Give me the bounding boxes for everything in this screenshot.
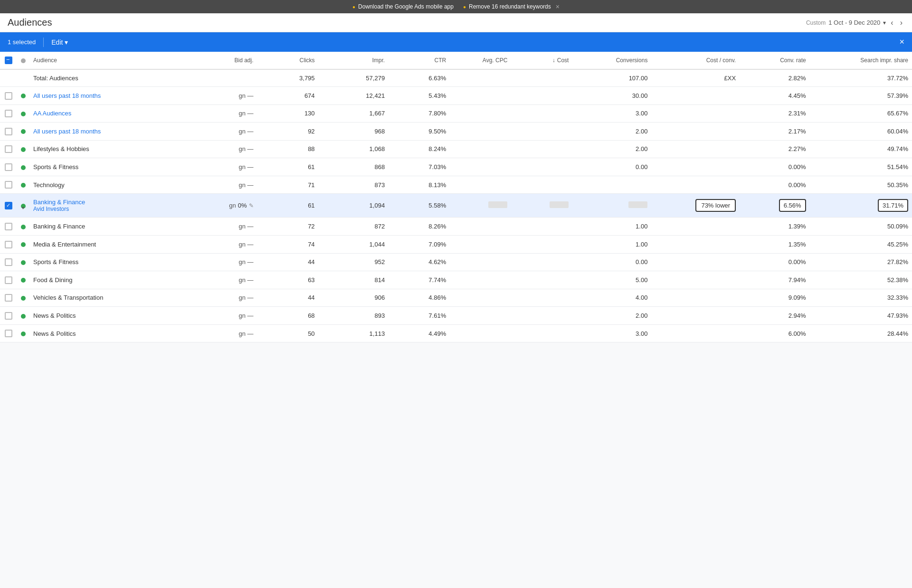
- date-range-selector[interactable]: Custom 1 Oct - 9 Dec 2020 ▾ ‹ ›: [806, 18, 904, 28]
- row-checkbox[interactable]: [5, 258, 12, 266]
- row-checkbox-cell[interactable]: [0, 194, 17, 218]
- row-avgcpc-cell: [450, 194, 511, 218]
- table-row: News & Politicsgn —501,1134.49%3.006.00%…: [0, 324, 912, 342]
- row-costconv-cell: [651, 176, 740, 194]
- row-checkbox[interactable]: [5, 163, 12, 171]
- row-checkbox-cell[interactable]: [0, 123, 17, 141]
- row-impr-cell: 872: [319, 218, 389, 236]
- row-bidadj-cell: gn —: [187, 271, 257, 289]
- row-avgcpc-cell: [450, 104, 511, 123]
- row-checkbox-cell[interactable]: [0, 271, 17, 289]
- row-cost-cell: [511, 324, 572, 342]
- total-status-cell: [17, 69, 29, 87]
- header-costconv-col[interactable]: Cost / conv.: [651, 52, 740, 69]
- row-clicks-cell: 68: [257, 307, 319, 325]
- header-checkbox-col[interactable]: [0, 52, 17, 69]
- row-status-cell: [17, 324, 29, 342]
- row-ctr-cell: 7.09%: [389, 235, 450, 253]
- row-checkbox[interactable]: [5, 202, 12, 209]
- row-checkbox-cell[interactable]: [0, 176, 17, 194]
- row-checkbox[interactable]: [5, 92, 12, 100]
- audience-name-link[interactable]: Banking & Finance: [33, 199, 183, 206]
- selection-bar-close-icon[interactable]: ×: [899, 37, 904, 47]
- header-conversions-col[interactable]: Conversions: [572, 52, 651, 69]
- next-date-arrow[interactable]: ›: [898, 18, 904, 28]
- row-checkbox-cell[interactable]: [0, 158, 17, 176]
- audiences-table-container: Audience Bid adj. Clicks Impr. CTR Avg. …: [0, 52, 912, 342]
- notification-close-icon[interactable]: ×: [556, 3, 560, 10]
- row-checkbox[interactable]: [5, 110, 12, 117]
- table-row: Banking & FinanceAvid Investorsgn 0%✎611…: [0, 194, 912, 218]
- header-avgcpc-col[interactable]: Avg. CPC: [450, 52, 511, 69]
- header-clicks-col[interactable]: Clicks: [257, 52, 319, 69]
- row-searchimprshare-cell: 52.38%: [810, 271, 912, 289]
- header-impr-col[interactable]: Impr.: [319, 52, 389, 69]
- audience-sub-link[interactable]: Avid Investors: [33, 206, 183, 212]
- row-checkbox-cell[interactable]: [0, 218, 17, 236]
- header-ctr-col[interactable]: CTR: [389, 52, 450, 69]
- header-cost-col[interactable]: ↓Cost: [511, 52, 572, 69]
- row-checkbox-cell[interactable]: [0, 289, 17, 307]
- audience-name-link[interactable]: All users past 18 months: [33, 92, 101, 99]
- row-impr-cell: 952: [319, 253, 389, 271]
- row-checkbox[interactable]: [5, 294, 12, 302]
- row-checkbox-cell[interactable]: [0, 87, 17, 105]
- row-ctr-cell: 4.62%: [389, 253, 450, 271]
- status-dot: [21, 260, 26, 265]
- total-impr: 57,279: [319, 69, 389, 87]
- row-checkbox-cell[interactable]: [0, 104, 17, 123]
- row-impr-cell: 1,113: [319, 324, 389, 342]
- edit-bid-icon[interactable]: ✎: [249, 202, 254, 209]
- row-status-cell: [17, 176, 29, 194]
- row-clicks-cell: 674: [257, 87, 319, 105]
- audience-name-link[interactable]: All users past 18 months: [33, 128, 101, 135]
- row-checkbox[interactable]: [5, 276, 12, 284]
- header-searchimprshare-col[interactable]: Search impr. share: [810, 52, 912, 69]
- row-checkbox-cell[interactable]: [0, 253, 17, 271]
- edit-button[interactable]: Edit ▾: [51, 38, 68, 46]
- row-impr-cell: 968: [319, 123, 389, 141]
- header-audience-col[interactable]: Audience: [29, 52, 187, 69]
- status-dot: [21, 165, 26, 170]
- row-convrate-cell: 1.39%: [740, 218, 810, 236]
- total-label: Total: Audiences: [29, 69, 187, 87]
- prev-date-arrow[interactable]: ‹: [889, 18, 895, 28]
- row-audience-cell: AA Audiences: [29, 104, 187, 123]
- date-range-dropdown-icon[interactable]: ▾: [883, 19, 886, 26]
- row-avgcpc-cell: [450, 176, 511, 194]
- row-clicks-cell: 61: [257, 194, 319, 218]
- row-clicks-cell: 74: [257, 235, 319, 253]
- row-checkbox-cell[interactable]: [0, 235, 17, 253]
- notification-1[interactable]: ● Download the Google Ads mobile app: [352, 3, 454, 10]
- total-avgcpc: [450, 69, 511, 87]
- table-row: All users past 18 monthsgn —67412,4215.4…: [0, 87, 912, 105]
- header-bidadj-col[interactable]: Bid adj.: [187, 52, 257, 69]
- row-checkbox[interactable]: [5, 128, 12, 135]
- total-row: Total: Audiences 3,795 57,279 6.63% 107.…: [0, 69, 912, 87]
- header-checkbox[interactable]: [5, 57, 12, 64]
- row-impr-cell: 1,044: [319, 235, 389, 253]
- row-impr-cell: 814: [319, 271, 389, 289]
- header-convrate-col[interactable]: Conv. rate: [740, 52, 810, 69]
- row-cost-cell: [511, 271, 572, 289]
- row-checkbox[interactable]: [5, 330, 12, 337]
- row-checkbox-cell[interactable]: [0, 140, 17, 158]
- notification-2[interactable]: ● Remove 16 redundant keywords ×: [463, 3, 560, 10]
- row-checkbox-cell[interactable]: [0, 324, 17, 342]
- date-range-text: 1 Oct - 9 Dec 2020: [828, 19, 880, 26]
- row-ctr-cell: 7.61%: [389, 307, 450, 325]
- row-checkbox-cell[interactable]: [0, 307, 17, 325]
- row-convrate-cell: 2.94%: [740, 307, 810, 325]
- row-checkbox[interactable]: [5, 223, 12, 230]
- row-checkbox[interactable]: [5, 181, 12, 189]
- row-checkbox[interactable]: [5, 312, 12, 320]
- audience-name-link[interactable]: AA Audiences: [33, 110, 71, 117]
- row-status-cell: [17, 104, 29, 123]
- row-checkbox[interactable]: [5, 145, 12, 153]
- row-impr-cell: 1,667: [319, 104, 389, 123]
- page-title: Audiences: [8, 17, 52, 28]
- row-costconv-cell: [651, 324, 740, 342]
- row-costconv-cell: [651, 289, 740, 307]
- row-checkbox[interactable]: [5, 241, 12, 248]
- top-bar: ● Download the Google Ads mobile app ● R…: [0, 0, 912, 13]
